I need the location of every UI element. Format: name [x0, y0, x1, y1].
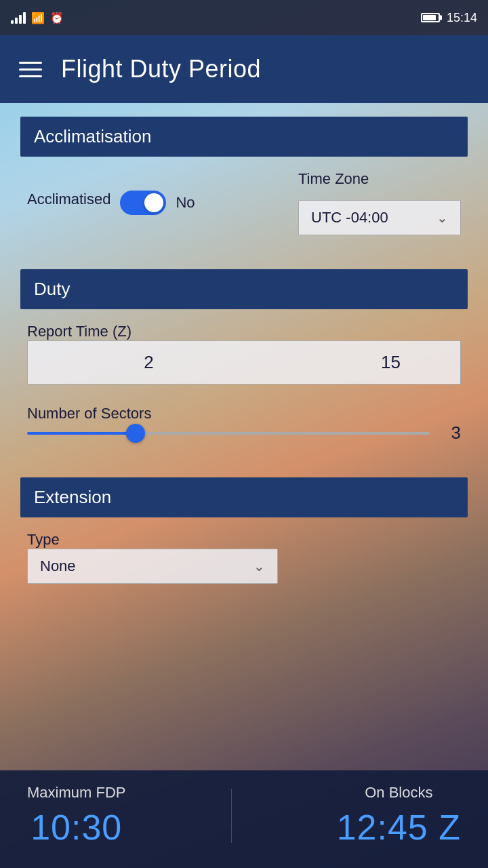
sectors-label: Number of Sectors	[27, 405, 151, 422]
acclimatisation-header: Acclimatisation	[20, 117, 468, 157]
on-blocks-label: On Blocks	[365, 784, 432, 802]
sectors-slider-container: 3	[27, 422, 461, 443]
type-label: Type	[27, 531, 60, 548]
acclimatisation-body: Acclimatised No Time Zone UTC -04:00 ⌄	[20, 170, 468, 262]
extension-section: Extension Type None ⌄	[20, 477, 468, 604]
duty-section: Duty Report Time (Z) Number of Sectors 3	[20, 269, 468, 471]
menu-line-3	[19, 75, 42, 77]
extension-header: Extension	[20, 477, 468, 517]
toggle-knob	[144, 193, 163, 212]
timezone-group: Time Zone UTC -04:00 ⌄	[298, 170, 461, 235]
duty-header: Duty	[20, 269, 468, 309]
signal-icon	[11, 12, 26, 24]
on-blocks-value: 12:45 Z	[337, 807, 461, 848]
max-fdp-label: Maximum FDP	[27, 784, 125, 802]
toggle-no-label: No	[176, 194, 195, 212]
menu-line-1	[19, 62, 42, 64]
wifi-icon: 📶	[31, 12, 45, 24]
acclimatisation-section: Acclimatisation Acclimatised No Time Zon…	[20, 117, 468, 262]
acclimatised-label: Acclimatised	[27, 191, 110, 208]
timezone-value: UTC -04:00	[311, 209, 388, 226]
sectors-value: 3	[441, 422, 461, 443]
type-dropdown[interactable]: None ⌄	[27, 549, 278, 584]
status-time: 15:14	[447, 11, 477, 25]
timezone-label: Time Zone	[298, 170, 369, 188]
status-right: 15:14	[421, 11, 477, 25]
page-title: Flight Duty Period	[61, 55, 261, 83]
header: Flight Duty Period	[0, 35, 488, 103]
main-content: Acclimatisation Acclimatised No Time Zon…	[0, 103, 488, 618]
extension-body: Type None ⌄	[20, 531, 468, 604]
report-minute-input[interactable]	[270, 341, 461, 384]
type-value: None	[40, 557, 76, 575]
toggle-group: Acclimatised No	[27, 191, 195, 215]
chevron-down-icon-2: ⌄	[253, 558, 265, 574]
menu-button[interactable]	[14, 52, 47, 86]
chevron-down-icon: ⌄	[436, 210, 448, 226]
alarm-icon: ⏰	[50, 12, 64, 24]
report-time-input-group	[27, 340, 461, 384]
report-time-label: Report Time (Z)	[27, 323, 131, 340]
acclimatised-row: Acclimatised No Time Zone UTC -04:00 ⌄	[27, 170, 461, 235]
max-fdp-value: 10:30	[30, 807, 122, 848]
sectors-slider-fill	[27, 432, 136, 435]
sectors-slider-track[interactable]	[27, 432, 430, 435]
battery-icon	[421, 13, 440, 22]
timezone-dropdown[interactable]: UTC -04:00 ⌄	[298, 200, 461, 235]
acclimatised-toggle[interactable]	[120, 191, 166, 215]
on-blocks-item: On Blocks 12:45 Z	[337, 784, 461, 848]
menu-line-2	[19, 68, 42, 71]
bottom-divider	[231, 789, 232, 843]
bottom-bar: Maximum FDP 10:30 On Blocks 12:45 Z	[0, 770, 488, 868]
status-left: 📶 ⏰	[11, 12, 64, 24]
status-bar: 📶 ⏰ 15:14	[0, 0, 488, 35]
duty-body: Report Time (Z) Number of Sectors 3	[20, 323, 468, 471]
max-fdp-item: Maximum FDP 10:30	[27, 784, 125, 848]
sectors-slider-thumb[interactable]	[126, 424, 145, 443]
report-hour-input[interactable]	[28, 341, 270, 384]
